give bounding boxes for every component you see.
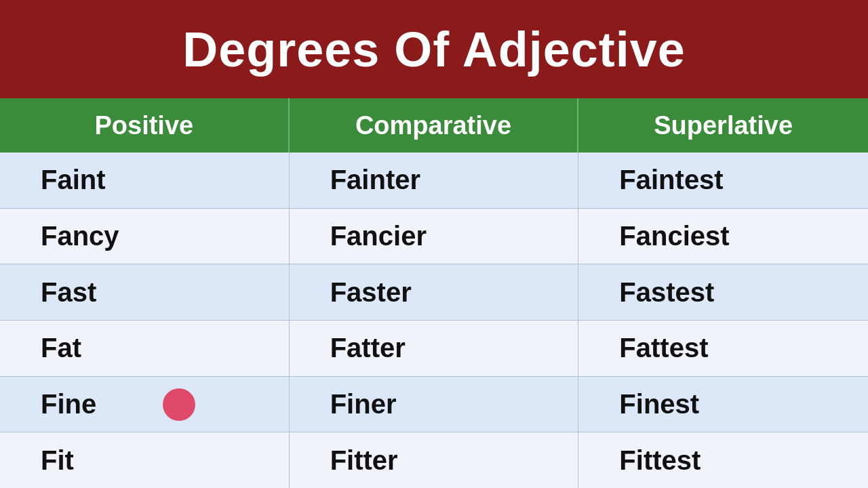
table-header: Positive Comparative Superlative xyxy=(0,98,868,152)
cell-positive-4: Fine xyxy=(0,377,290,432)
table-row: FaintFainterFaintest xyxy=(0,152,868,209)
table-body: FaintFainterFaintestFancyFancierFanciest… xyxy=(0,152,868,488)
page-wrapper: Degrees Of Adjective Positive Comparativ… xyxy=(0,0,868,488)
cell-comparative-5: Fitter xyxy=(290,432,579,488)
table-row: FineFinerFinest xyxy=(0,377,868,433)
adjective-table: Positive Comparative Superlative FaintFa… xyxy=(0,98,868,488)
table-row: FancyFancierFanciest xyxy=(0,209,868,265)
cell-comparative-4: Finer xyxy=(290,377,579,432)
table-row: FitFitterFittest xyxy=(0,432,868,488)
cell-positive-0: Faint xyxy=(0,152,290,208)
cursor-indicator xyxy=(163,388,195,421)
header-positive: Positive xyxy=(0,98,290,152)
title-bar: Degrees Of Adjective xyxy=(0,0,868,98)
cell-comparative-3: Fatter xyxy=(290,321,579,376)
cell-superlative-5: Fittest xyxy=(578,432,868,488)
cell-superlative-0: Faintest xyxy=(578,152,868,208)
table-row: FastFasterFastest xyxy=(0,264,868,321)
cell-superlative-3: Fattest xyxy=(578,321,868,376)
cell-positive-1: Fancy xyxy=(0,209,290,264)
cell-positive-5: Fit xyxy=(0,432,290,488)
cell-superlative-4: Finest xyxy=(578,377,868,432)
table-row: FatFatterFattest xyxy=(0,321,868,377)
cell-superlative-2: Fastest xyxy=(578,264,868,320)
cell-comparative-0: Fainter xyxy=(290,152,579,208)
cell-superlative-1: Fanciest xyxy=(578,209,868,264)
cell-comparative-1: Fancier xyxy=(290,209,579,264)
cell-positive-2: Fast xyxy=(0,264,290,320)
header-comparative: Comparative xyxy=(290,98,579,152)
cell-positive-3: Fat xyxy=(0,321,290,376)
header-superlative: Superlative xyxy=(578,98,868,152)
page-title: Degrees Of Adjective xyxy=(182,22,686,77)
cell-comparative-2: Faster xyxy=(290,264,579,320)
